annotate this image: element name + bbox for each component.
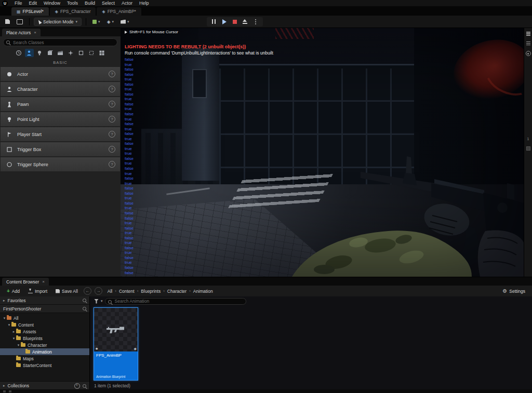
menu-actor[interactable]: Actor (122, 1, 132, 6)
tree-item-blueprints[interactable]: ▾Blueprints (0, 335, 89, 342)
filter-icon[interactable] (94, 299, 99, 304)
place-actor-trigger-sphere[interactable]: Trigger Sphere? (1, 157, 120, 171)
help-circle-icon[interactable]: ? (109, 71, 115, 77)
breadcrumb-all[interactable]: All (108, 289, 112, 294)
place-actor-point-light[interactable]: Point Light? (1, 112, 120, 126)
chevron-down-icon[interactable]: ▾ (7, 323, 11, 327)
pause-button[interactable] (210, 18, 218, 25)
menu-edit[interactable]: Edit (29, 1, 37, 6)
chevron-down-icon[interactable]: ▾ (16, 343, 21, 347)
content-drawer-icon[interactable] (3, 390, 6, 392)
chevron-down-icon[interactable]: ▾ (11, 336, 16, 341)
save-all-button[interactable]: Save All (53, 288, 81, 295)
basic-category-icon[interactable] (25, 49, 34, 57)
place-actors-tab[interactable]: Place Actors × (2, 29, 41, 36)
tree-item-assets[interactable]: ▸Assets (0, 328, 89, 335)
menu-select[interactable]: Select (102, 1, 115, 6)
browse-content-button[interactable] (15, 18, 25, 26)
breadcrumb-animation[interactable]: Animation (193, 289, 213, 294)
shapes-category-icon[interactable] (46, 49, 55, 57)
lights-category-icon[interactable] (35, 49, 44, 57)
panel-tab-icon[interactable] (526, 146, 530, 151)
tree-item-animation[interactable]: Animation (0, 348, 89, 355)
debug-line: true (125, 221, 520, 226)
selection-mode-dropdown[interactable]: Selection Mode ▾ (34, 18, 82, 26)
search-icon[interactable] (83, 299, 86, 302)
menu-file[interactable]: File (15, 1, 22, 6)
add-button[interactable]: +Add (4, 288, 22, 295)
project-root-section[interactable]: FirstPersonShooter (0, 305, 89, 313)
place-actor-actor[interactable]: Actor? (1, 67, 120, 81)
menu-tools[interactable]: Tools (67, 1, 78, 6)
asset-tile-fps-animbp[interactable]: ★ ◈ FPS_AnimBP Animation Blueprint (94, 307, 138, 381)
help-circle-icon[interactable]: ? (109, 101, 115, 107)
chevron-right-icon[interactable]: ▸ (11, 330, 16, 334)
tree-item-maps[interactable]: Maps (0, 355, 89, 362)
collections-section[interactable]: ▸ Collections (0, 381, 89, 390)
search-classes-input[interactable] (3, 38, 117, 46)
help-circle-icon[interactable]: ? (109, 86, 115, 92)
panel-menu-icon[interactable] (526, 43, 530, 44)
geometry-category-icon[interactable] (77, 49, 86, 57)
menu-window[interactable]: Window (44, 1, 60, 6)
stop-button[interactable] (231, 18, 239, 25)
settings-button[interactable]: ⚙Settings (500, 287, 528, 295)
eye-icon[interactable] (526, 51, 531, 56)
breadcrumb-character[interactable]: Character (167, 289, 187, 294)
menu-build[interactable]: Build (85, 1, 95, 6)
eject-button[interactable] (241, 18, 249, 25)
help-circle-icon[interactable]: ? (109, 116, 115, 123)
tree-item-character[interactable]: ▾Character (0, 342, 89, 348)
menu-help[interactable]: Help (139, 1, 149, 6)
breadcrumb-blueprints[interactable]: Blueprints (141, 289, 161, 294)
play-button[interactable] (220, 18, 229, 25)
recently-placed-icon[interactable] (15, 49, 23, 57)
search-icon (6, 40, 10, 44)
content-browser-panel: Content Browser × +Add Import Save All ←… (0, 277, 532, 390)
place-actor-trigger-box[interactable]: Trigger Box? (1, 142, 120, 156)
tree-item-all[interactable]: ▾All (0, 315, 89, 321)
output-log-icon[interactable] (9, 390, 11, 392)
import-button[interactable]: Import (25, 288, 50, 295)
all-classes-category-icon[interactable] (98, 49, 107, 57)
back-button[interactable]: ← (84, 287, 91, 295)
kebab-menu-icon (255, 21, 256, 22)
close-icon[interactable]: × (34, 30, 36, 35)
help-circle-icon[interactable]: ? (109, 161, 115, 168)
favorites-section[interactable]: ▸ Favorites (0, 296, 89, 305)
help-circle-icon[interactable]: ? (109, 131, 115, 138)
content-browser-toolbar: +Add Import Save All ← → All›Content›Blu… (0, 286, 532, 297)
cinematics-button[interactable]: ▾ (118, 18, 131, 25)
asset-search-input[interactable] (105, 298, 246, 305)
volumes-category-icon[interactable] (87, 49, 96, 57)
place-actors-list: Actor?Character?Pawn?Point Light?Player … (0, 67, 121, 171)
content-browser-tab[interactable]: Content Browser × (2, 278, 49, 286)
add-actor-button[interactable]: ▾ (90, 18, 102, 25)
close-icon[interactable]: × (42, 279, 45, 284)
viewport[interactable]: Shift+F1 for Mouse Cursor LIGHTING NEEDS… (121, 28, 524, 277)
visual-effects-category-icon[interactable] (66, 49, 75, 57)
play-options-button[interactable] (251, 18, 260, 25)
tab-fps-animbp[interactable]: ◈FPS_AnimBP* (97, 7, 141, 16)
help-circle-icon[interactable]: ? (109, 146, 115, 153)
tab-fpslevel[interactable]: ▦FPSLevel* (11, 7, 49, 16)
cinematic-category-icon[interactable] (56, 49, 65, 57)
breadcrumb-content[interactable]: Content (119, 289, 135, 294)
save-level-button[interactable] (3, 18, 12, 25)
search-icon[interactable] (83, 384, 86, 388)
tree-item-startercontent[interactable]: StarterContent (0, 362, 89, 369)
panel-menu-icon[interactable] (526, 33, 530, 34)
place-actor-pawn[interactable]: Pawn? (1, 97, 120, 111)
blueprints-button[interactable]: ◈▾ (105, 18, 116, 26)
place-actor-character[interactable]: Character? (1, 82, 120, 96)
add-collection-icon[interactable] (74, 383, 80, 389)
unreal-logo-icon[interactable]: U (2, 1, 8, 6)
toolbar-separator (86, 18, 86, 25)
tree-item-content[interactable]: ▾Content (0, 321, 89, 328)
search-icon[interactable] (83, 307, 86, 310)
chevron-down-icon[interactable]: ▾ (2, 316, 7, 320)
forward-button[interactable]: → (95, 287, 102, 295)
tab-fps-character[interactable]: ◈FPS_Character (50, 7, 96, 16)
place-actor-player-start[interactable]: Player Start? (1, 127, 120, 141)
chevron-down-icon[interactable]: ▾ (101, 299, 103, 303)
